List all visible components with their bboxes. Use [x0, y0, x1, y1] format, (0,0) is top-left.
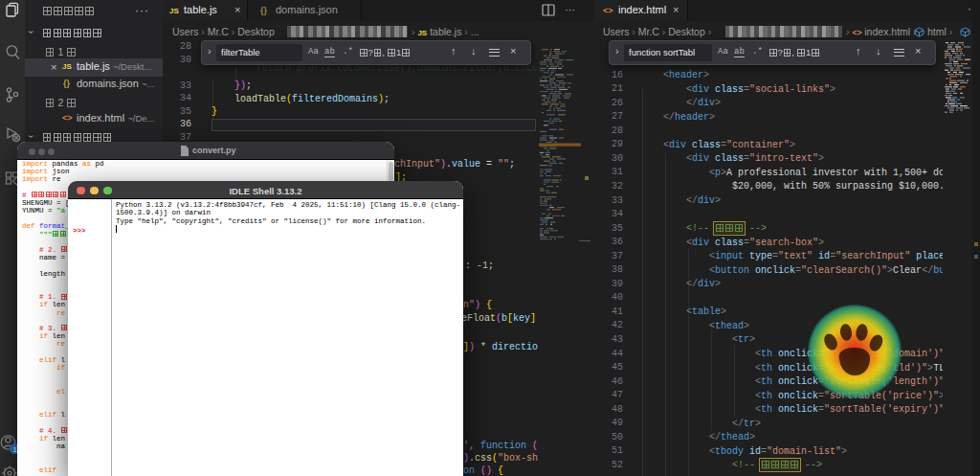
svg-text:···: ···	[565, 4, 575, 15]
